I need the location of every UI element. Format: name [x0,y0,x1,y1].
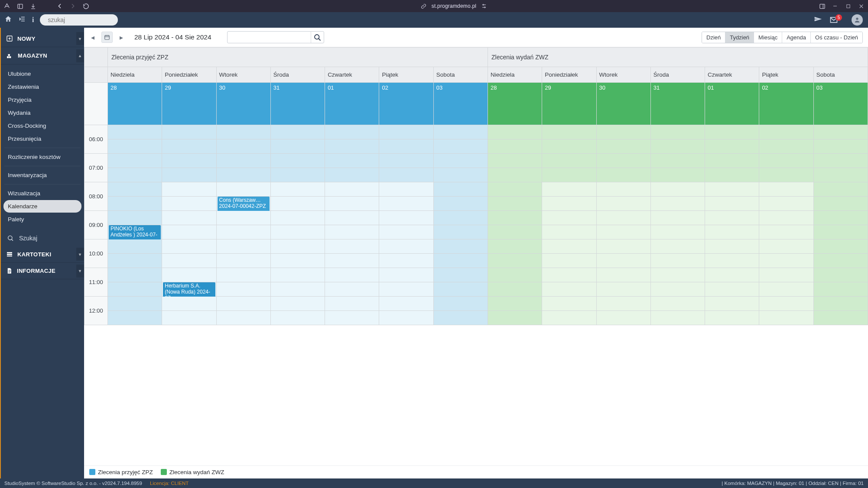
allday-cell[interactable]: 01 [705,83,759,125]
allday-cell[interactable]: 03 [434,83,488,125]
calendar-search[interactable] [227,31,324,43]
time-slot[interactable] [813,254,868,268]
time-slot[interactable] [596,182,650,197]
time-slot[interactable] [216,168,270,182]
time-slot[interactable] [488,139,542,154]
time-slot[interactable] [162,154,216,168]
search-button[interactable] [311,32,324,43]
time-slot[interactable] [270,297,325,311]
time-slot[interactable] [108,311,162,325]
window-min-icon[interactable] [832,3,839,10]
time-slot[interactable] [705,182,759,197]
sidebar-item-przyjecia[interactable]: Przyjęcia [3,94,81,106]
time-slot[interactable] [108,282,162,297]
time-slot[interactable] [705,154,759,168]
time-slot[interactable] [488,125,542,139]
time-slot[interactable] [433,297,488,311]
time-slot[interactable] [488,211,542,225]
time-slot[interactable] [216,225,270,239]
time-slot[interactable] [108,139,162,154]
time-slot[interactable] [433,197,488,211]
time-slot[interactable] [433,182,488,197]
tab-week[interactable]: Tydzień [725,32,754,43]
time-slot[interactable] [488,268,542,282]
time-slot[interactable] [379,268,433,282]
reload-icon[interactable] [82,3,89,10]
time-slot[interactable] [759,282,813,297]
time-slot[interactable] [650,239,705,254]
time-slot[interactable] [542,168,596,182]
time-slot[interactable] [705,268,759,282]
arc-logo-icon[interactable] [3,3,10,10]
download-icon[interactable] [29,3,36,10]
time-slot[interactable] [488,282,542,297]
time-slot[interactable] [759,182,813,197]
time-slot[interactable] [488,254,542,268]
time-slot[interactable] [433,225,488,239]
section-kartoteki[interactable]: KARTOTEKI ▾ [1,246,84,263]
avatar[interactable] [852,14,863,26]
cal-today-button[interactable] [101,32,113,43]
time-slot[interactable] [813,197,868,211]
tab-month[interactable]: Miesiąc [754,32,782,43]
time-slot[interactable] [813,125,868,139]
time-slot[interactable] [216,139,270,154]
time-slot[interactable] [270,254,325,268]
time-slot[interactable] [108,211,162,225]
time-slot[interactable] [433,168,488,182]
time-slot[interactable] [759,239,813,254]
time-slot[interactable] [542,225,596,239]
time-slot[interactable] [433,211,488,225]
time-slot[interactable] [325,182,379,197]
allday-cell[interactable]: 01 [325,83,379,125]
time-slot[interactable] [325,225,379,239]
time-slot[interactable] [379,254,433,268]
time-slot[interactable] [162,168,216,182]
time-slot[interactable] [542,182,596,197]
allday-cell[interactable]: 31 [271,83,325,125]
time-slot[interactable] [216,154,270,168]
time-slot[interactable] [270,282,325,297]
time-slot[interactable] [705,311,759,325]
time-slot[interactable] [325,311,379,325]
time-slot[interactable] [108,297,162,311]
time-slot[interactable] [650,168,705,182]
allday-cell[interactable]: 02 [379,83,433,125]
time-slot[interactable] [596,225,650,239]
time-slot[interactable] [813,139,868,154]
time-slot[interactable] [162,211,216,225]
allday-cell[interactable]: 31 [651,83,705,125]
time-slot[interactable] [162,197,216,211]
time-slot[interactable] [216,239,270,254]
time-slot[interactable] [596,197,650,211]
time-slot[interactable] [162,254,216,268]
time-slot[interactable]: PINOKIO (Los Andżeles ) 2024-07- [108,225,162,239]
time-slot[interactable] [596,168,650,182]
time-slot[interactable] [596,239,650,254]
time-slot[interactable] [813,154,868,168]
section-nowy[interactable]: NOWY ▾ [1,30,84,47]
allday-cell[interactable]: 28 [108,83,162,125]
time-slot[interactable] [270,239,325,254]
time-slot[interactable] [379,211,433,225]
chevron-down-icon[interactable]: ▾ [76,265,84,278]
time-slot[interactable] [705,282,759,297]
time-slot[interactable] [542,297,596,311]
time-slot[interactable] [542,239,596,254]
global-search[interactable] [40,14,118,26]
time-slot[interactable] [488,168,542,182]
time-slot[interactable] [433,282,488,297]
sidebar-search[interactable]: Szukaj [1,230,84,246]
time-slot[interactable] [759,211,813,225]
time-slot[interactable] [162,125,216,139]
section-magazyn[interactable]: MAGAZYN ▴ [1,47,84,65]
time-slot[interactable] [433,268,488,282]
time-slot[interactable] [108,182,162,197]
chevron-down-icon[interactable]: ▾ [76,248,84,261]
time-slot[interactable] [108,254,162,268]
site-settings-icon[interactable] [481,3,488,10]
time-slot[interactable] [542,254,596,268]
time-slot[interactable] [542,139,596,154]
time-slot[interactable] [813,225,868,239]
time-slot[interactable] [108,268,162,282]
